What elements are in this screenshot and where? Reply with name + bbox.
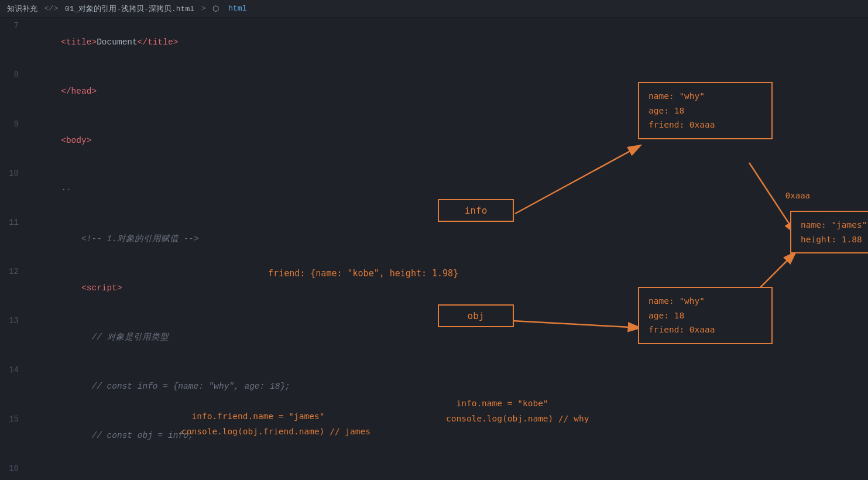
box1-line2: age: 18 xyxy=(649,104,762,118)
info-label-box: info xyxy=(438,199,514,222)
breadcrumb-item-1: 知识补充 xyxy=(7,4,37,14)
breadcrumb-item-3: ⬡ xyxy=(212,4,219,13)
box1-line3: friend: 0xaaa xyxy=(649,118,762,132)
breadcrumb-sep-2: > xyxy=(197,4,210,13)
breadcrumb-item-4: html xyxy=(228,4,246,13)
box2-line2: height: 1.88 xyxy=(801,232,868,247)
code-line-9: 9 <body> xyxy=(0,116,398,165)
breadcrumb-sep-3 xyxy=(221,4,226,13)
code-line-11: 11 <!-- 1.对象的引用赋值 --> xyxy=(0,214,398,263)
breadcrumb: 知识补充 </> 01_对象的引用-浅拷贝-深拷贝.html > ⬡ html xyxy=(0,0,868,18)
box3-line1: name: "why" xyxy=(649,294,762,308)
top-right-box: name: "why" age: 18 friend: 0xaaa xyxy=(638,82,773,139)
code-line-7: 7 <title>Document</title> xyxy=(0,18,398,67)
box2-line1: name: "james" xyxy=(801,218,868,232)
svg-line-3 xyxy=(512,321,641,328)
code-line-13: 13 // 对象是引用类型 xyxy=(0,313,398,362)
obj-box: name: "why" age: 18 friend: 0xaaa xyxy=(638,287,773,344)
code-line-8: 8 </head> xyxy=(0,67,398,116)
james-box: name: "james" height: 1.88 xyxy=(790,211,868,253)
box1-line1: name: "why" xyxy=(649,89,762,104)
obj-label-box: obj xyxy=(438,304,514,327)
breadcrumb-item-2: 01_对象的引用-浅拷贝-深拷贝.html xyxy=(65,4,194,14)
bottom-left-annotation: info.friend.name = "james" console.log(o… xyxy=(181,393,370,439)
oxaaa-label: 0xaaa xyxy=(776,181,810,200)
bottom-right-annotation: info.name = "kobe" console.log(obj.name)… xyxy=(446,380,589,426)
friend-annotation: friend: {name: "kobe", height: 1.98} xyxy=(258,258,458,279)
code-line-10: 10 ·· xyxy=(0,165,398,214)
box3-line3: friend: 0xaaa xyxy=(649,323,762,337)
box3-line2: age: 18 xyxy=(649,308,762,323)
code-line-16: 16 // info.name = "kobe"; xyxy=(0,460,398,480)
breadcrumb-sep-1: </> xyxy=(40,4,63,13)
svg-line-1 xyxy=(515,145,641,214)
